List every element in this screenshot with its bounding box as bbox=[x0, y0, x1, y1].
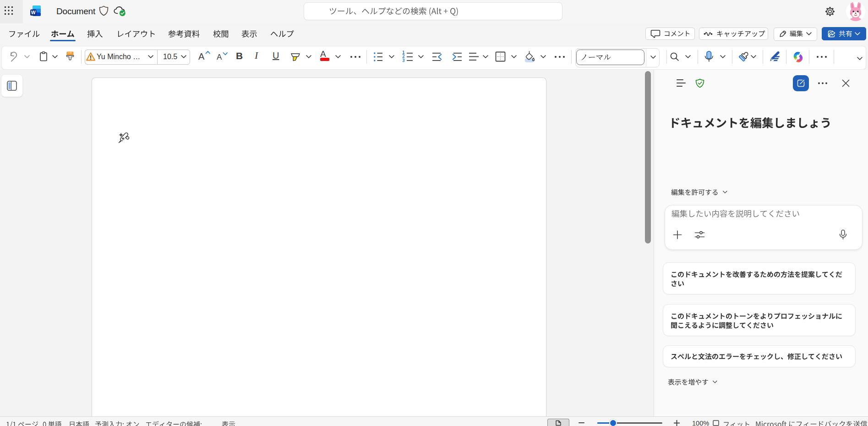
svg-text:W: W bbox=[31, 10, 36, 15]
